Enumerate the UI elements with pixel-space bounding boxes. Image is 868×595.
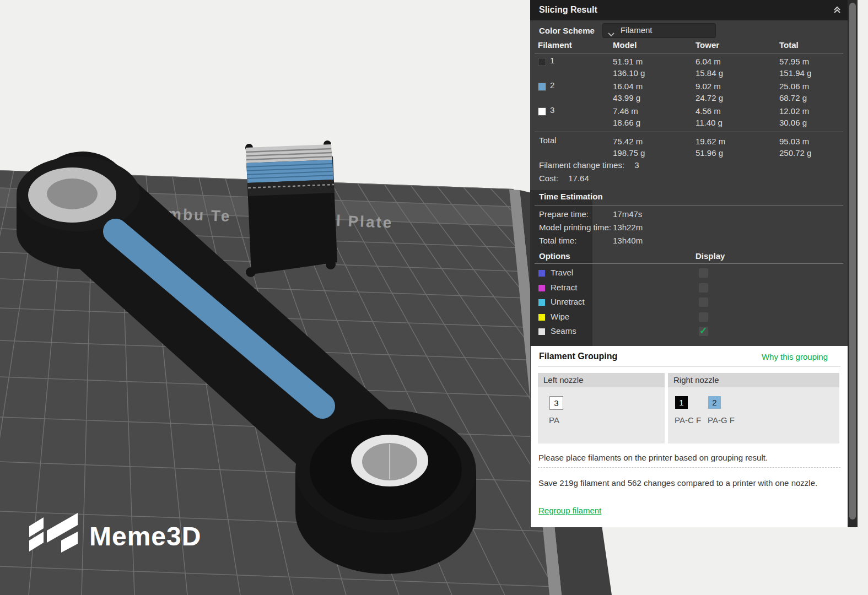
- time-estimation-title: Time Estimation: [539, 192, 603, 201]
- filament-3-swatch: [538, 107, 546, 116]
- cost-label: Cost:: [539, 174, 558, 183]
- filament-chip-2[interactable]: 2: [708, 396, 721, 409]
- why-this-grouping-link[interactable]: Why this grouping: [762, 352, 828, 361]
- brand-logo-text: Meme3D: [89, 522, 201, 551]
- filament-chip-1-label: PA-C F: [675, 415, 707, 425]
- option-row-unretract: Unretract: [530, 297, 848, 310]
- filament-row-1: 1 51.91 m136.10 g 6.04 m15.84 g 57.95 m1…: [530, 56, 848, 80]
- model-weight: 43.99 g: [613, 92, 643, 104]
- divider: [535, 263, 843, 264]
- travel-color-swatch: [538, 270, 545, 277]
- model-length: 7.46 m: [613, 105, 640, 117]
- filament-change-value: 3: [634, 160, 639, 170]
- seams-display-checkbox[interactable]: ✓: [699, 327, 708, 336]
- grouping-note: Please place filaments on the printer ba…: [538, 453, 836, 462]
- option-row-wipe: Wipe: [530, 312, 848, 325]
- filament-2-id: 2: [550, 80, 554, 90]
- cost: Cost: 17.64: [539, 174, 589, 183]
- tower-length: 9.02 m: [696, 80, 723, 92]
- wipe-display-checkbox[interactable]: [699, 312, 708, 322]
- filament-grouping-title: Filament Grouping: [539, 351, 617, 361]
- total-length: 57.95 m: [779, 56, 811, 67]
- dashed-divider: [538, 467, 840, 468]
- unretract-display-checkbox[interactable]: [699, 298, 708, 307]
- col-header-tower: Tower: [696, 40, 719, 50]
- retract-display-checkbox[interactable]: [699, 283, 708, 293]
- regroup-filament-link[interactable]: Regroup filament: [538, 506, 601, 515]
- right-nozzle-header: Right nozzle: [668, 373, 839, 387]
- retract-color-swatch: [538, 285, 545, 291]
- totals-row: Total 75.42 m198.75 g 19.62 m51.96 g 95.…: [530, 136, 848, 160]
- total-time-value: 13h40m: [613, 236, 643, 245]
- total-time-label: Total time:: [539, 236, 576, 245]
- filament-chip-2-label: PA-G F: [708, 415, 740, 425]
- col-header-total: Total: [779, 40, 799, 50]
- grand-weight-total: 250.72 g: [779, 147, 811, 159]
- model-length: 16.04 m: [613, 80, 643, 92]
- model-length: 51.91 m: [613, 56, 645, 67]
- total-weight: 151.94 g: [779, 67, 811, 79]
- col-header-model: Model: [613, 40, 637, 50]
- slicing-result-panel: Slicing Result Color Scheme Filament Fil…: [530, 0, 858, 527]
- divider: [535, 205, 843, 205]
- panel-header: Slicing Result: [530, 0, 848, 20]
- prime-tower[interactable]: [245, 140, 337, 277]
- col-header-filament: Filament: [538, 40, 572, 50]
- grouping-savings: Save 219g filament and 562 changes compa…: [538, 477, 820, 489]
- right-nozzle-title: Right nozzle: [673, 375, 719, 385]
- tower-length: 6.04 m: [696, 56, 723, 67]
- left-nozzle-title: Left nozzle: [543, 375, 584, 385]
- collapse-panel-icon[interactable]: [832, 6, 842, 14]
- option-row-retract: Retract: [530, 283, 848, 296]
- tower-weight: 11.40 g: [696, 117, 723, 128]
- retract-label: Retract: [551, 283, 577, 292]
- unretract-color-swatch: [538, 299, 545, 306]
- cost-value: 17.64: [568, 174, 589, 183]
- totals-label: Total: [539, 136, 557, 145]
- model-weight: 18.66 g: [613, 117, 640, 128]
- color-scheme-dropdown[interactable]: Filament: [602, 23, 716, 38]
- panel-scrollbar-thumb[interactable]: [849, 3, 856, 520]
- color-scheme-label: Color Scheme: [539, 26, 595, 35]
- filament-2-swatch: [538, 83, 546, 91]
- color-scheme-value: Filament: [621, 25, 653, 35]
- panel-scrollbar-track[interactable]: [848, 0, 858, 527]
- option-row-travel: Travel: [530, 268, 848, 281]
- model-weight-total: 198.75 g: [613, 147, 645, 159]
- divider: [535, 53, 843, 53]
- total-weight: 68.72 g: [779, 92, 809, 104]
- left-nozzle-header: Left nozzle: [538, 373, 665, 387]
- travel-display-checkbox[interactable]: [699, 268, 708, 278]
- left-nozzle-box: Left nozzle 3 PA: [538, 373, 665, 443]
- grand-length-total: 95.03 m: [779, 136, 811, 147]
- unretract-label: Unretract: [551, 297, 585, 306]
- right-nozzle-box: Right nozzle 1 PA-C F 2 PA-G F: [668, 373, 839, 443]
- display-header: Display: [696, 251, 725, 261]
- option-row-seams: Seams ✓: [530, 326, 848, 339]
- filament-chip-3[interactable]: 3: [549, 396, 563, 410]
- divider: [535, 132, 843, 132]
- filament-1-swatch: [538, 58, 546, 66]
- tower-length: 4.56 m: [696, 105, 723, 117]
- total-length: 25.06 m: [779, 80, 809, 92]
- total-weight: 30.06 g: [779, 117, 809, 128]
- tower-length-total: 19.62 m: [696, 136, 725, 147]
- prepare-time-value: 17m47s: [613, 209, 642, 219]
- filament-grouping-card: Filament Grouping Why this grouping Left…: [531, 346, 848, 527]
- filament-chip-3-label: PA: [549, 415, 581, 425]
- filament-change-times: Filament change times: 3: [539, 160, 639, 170]
- model-weight: 136.10 g: [613, 67, 645, 79]
- options-title: Options: [539, 251, 570, 261]
- panel-title: Slicing Result: [539, 5, 597, 15]
- seams-label: Seams: [551, 326, 576, 336]
- total-length: 12.02 m: [779, 105, 809, 117]
- filament-row-3: 3 7.46 m18.66 g 4.56 m11.40 g 12.02 m30.…: [530, 105, 848, 130]
- filament-chip-1[interactable]: 1: [675, 396, 688, 409]
- model-length-total: 75.42 m: [613, 136, 645, 147]
- chevron-down-icon: [608, 29, 614, 38]
- boss1-bore: [47, 178, 98, 209]
- wipe-label: Wipe: [551, 312, 569, 321]
- filament-row-2: 2 16.04 m43.99 g 9.02 m24.72 g 25.06 m68…: [530, 80, 848, 105]
- filament-change-label: Filament change times:: [539, 160, 624, 170]
- check-icon: ✓: [699, 325, 707, 337]
